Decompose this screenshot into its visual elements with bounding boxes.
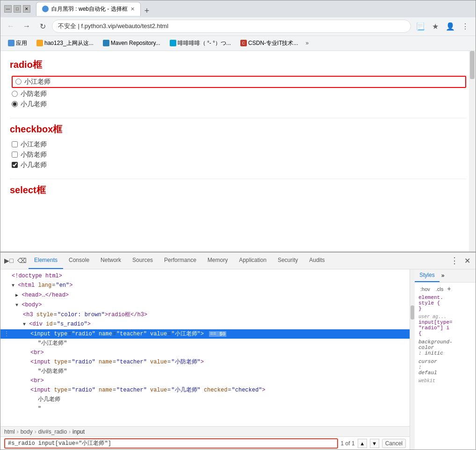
browser-tab-active[interactable]: 白月黑羽 : web自动化 - 选择框 ✕ — [36, 2, 141, 16]
radio-xiao-jiang[interactable] — [15, 79, 22, 85]
radio-item-1[interactable]: 小防老师 — [12, 90, 466, 98]
tab-network[interactable]: Network — [95, 252, 127, 269]
code-line-head[interactable]: ▶ <head>…</head> — [0, 290, 410, 300]
bookmark-hao123[interactable]: hao123_上网从这... — [33, 38, 97, 48]
page-scrollbar[interactable] — [469, 51, 476, 251]
code-line-div-sradio[interactable]: ▼ <div id="s_radio"> — [0, 319, 410, 329]
bookmark-apps[interactable]: 应用 — [4, 38, 31, 48]
tab-performance[interactable]: Performance — [159, 252, 202, 269]
radio-item-0[interactable]: 小江老师 — [12, 76, 466, 88]
radio-xiao-kai[interactable] — [12, 101, 18, 107]
code-line-quote: " — [0, 404, 410, 414]
style-rule-cursor: cursor : defaul — [418, 359, 472, 376]
triangle-sradio[interactable]: ▼ — [23, 320, 26, 329]
radio-xiao-lei[interactable] — [12, 91, 18, 97]
tab-bar: 白月黑羽 : web自动化 - 选择框 ✕ + — [36, 2, 153, 16]
search-prev-button[interactable]: ▲ — [358, 439, 367, 448]
reload-button[interactable]: ↻ — [36, 20, 49, 33]
radio-item-2[interactable]: 小几老师 — [12, 100, 466, 109]
bookmark-icon[interactable]: ★ — [429, 20, 442, 33]
style-webkit-note: webkit — [418, 378, 472, 384]
bookmarks-more[interactable]: » — [303, 39, 310, 47]
back-button[interactable]: ← — [4, 20, 17, 33]
style-selector-input-radio-2: "radio"] i — [418, 325, 472, 331]
forward-button[interactable]: → — [20, 20, 33, 33]
bookmark-bilibili[interactable]: 啡啡啡啡（ °- °）つ... — [166, 38, 235, 48]
checkbox-xiao-kai[interactable] — [12, 162, 18, 168]
cls-filter-button[interactable]: .cls — [434, 286, 446, 292]
triangle-head[interactable]: ▶ — [15, 291, 18, 300]
bookmark-hao123-label: hao123_上网从这... — [44, 39, 94, 47]
code-line-input-lei[interactable]: <input type="radio" name="teacher" value… — [0, 357, 410, 367]
radio-section: radio框 小江老师 小防老师 小几老师 — [10, 58, 466, 109]
devtools-scrollbar[interactable] — [410, 269, 415, 450]
code-line-h3[interactable]: <h3 style="color: brown">radio框</h3> — [0, 310, 410, 319]
bookmark-csdn[interactable]: C CSDN-专业IT技术... — [237, 38, 302, 48]
checkbox-item-2[interactable]: 小几老师 — [12, 161, 466, 169]
breadcrumb-input[interactable]: input — [72, 428, 85, 435]
breadcrumb-html[interactable]: html — [4, 428, 15, 435]
maven-favicon — [103, 40, 109, 46]
breadcrumb-bar: html › body › div#s_radio › input — [0, 426, 410, 436]
menu-icon[interactable]: ⋮ — [459, 20, 472, 33]
checkbox-item-0[interactable]: 小江老师 — [12, 140, 466, 149]
translate-icon[interactable]: 📃 — [414, 20, 427, 33]
code-line-text-kai: 小几老师 — [0, 395, 410, 404]
tab-memory[interactable]: Memory — [202, 252, 233, 269]
hov-filter-button[interactable]: :hov — [418, 286, 432, 292]
bookmark-csdn-label: CSDN-专业IT技术... — [248, 39, 298, 47]
bilibili-favicon — [170, 40, 176, 46]
select-section: select框 — [10, 184, 466, 196]
address-bar: ← → ↻ 📃 ★ 👤 ⋮ — [0, 17, 476, 36]
tag-doctype: <!doctype html> — [12, 273, 62, 279]
tab-close-button[interactable]: ✕ — [130, 6, 135, 12]
profile-icon[interactable]: 👤 — [444, 20, 457, 33]
address-input[interactable] — [52, 20, 411, 33]
styles-panel: Styles » :hov .cls + element. style { } — [415, 269, 476, 450]
triangle-body[interactable]: ▼ — [15, 301, 18, 310]
checkbox-xiao-jiang[interactable] — [12, 141, 18, 147]
breadcrumb-sep-2: › — [35, 428, 36, 435]
three-dots-icon[interactable]: ⋮ — [3, 330, 10, 338]
devtools-close-button[interactable]: ✕ — [461, 254, 474, 267]
bookmark-maven[interactable]: Maven Repository... — [99, 39, 164, 47]
checkbox-xiao-lei[interactable] — [12, 152, 18, 158]
search-next-button[interactable]: ▼ — [370, 439, 379, 448]
styles-tab-styles[interactable]: Styles — [415, 269, 440, 283]
checkbox-label-2: 小几老师 — [21, 161, 47, 169]
style-selector-element: element. — [418, 295, 472, 300]
breadcrumb-div[interactable]: div#s_radio — [38, 428, 67, 435]
search-count: 1 of 1 — [341, 440, 355, 447]
code-line-html[interactable]: ▼ <html lang="en"> — [0, 281, 410, 290]
bookmark-bilibili-label: 啡啡啡啡（ °- °）つ... — [178, 39, 231, 47]
tab-application[interactable]: Application — [233, 252, 272, 269]
minimize-button[interactable]: — — [4, 5, 12, 13]
add-style-button[interactable]: + — [447, 285, 451, 293]
style-val-color: color — [418, 345, 472, 350]
code-line-input-highlighted[interactable]: ⋮ <input type="radio" name="teacher" val… — [0, 329, 410, 339]
devtools-device-button[interactable]: ⌫ — [15, 254, 29, 267]
code-line-body[interactable]: ▼ <body> — [0, 300, 410, 310]
breadcrumb-sep-3: › — [69, 428, 71, 435]
search-cancel-button[interactable]: Cancel — [382, 439, 406, 448]
styles-tab-more[interactable]: » — [440, 270, 447, 281]
devtools-more-button[interactable]: ⋮ — [447, 254, 461, 267]
bookmark-apps-label: 应用 — [16, 39, 27, 47]
code-line-doctype: <!doctype html> — [0, 271, 410, 281]
maximize-button[interactable]: □ — [14, 5, 21, 13]
style-val-colon: : initic — [418, 350, 472, 356]
devtools-inspect-button[interactable]: ▶□ — [2, 254, 15, 267]
checkbox-item-1[interactable]: 小防老师 — [12, 151, 466, 159]
code-line-input-kai[interactable]: <input type="radio" name="teacher" value… — [0, 385, 410, 395]
tab-audits[interactable]: Audits — [303, 252, 330, 269]
new-tab-button[interactable]: + — [141, 6, 153, 16]
breadcrumb-body[interactable]: body — [21, 428, 33, 435]
search-input[interactable] — [4, 438, 338, 449]
close-button[interactable]: ✕ — [23, 5, 30, 13]
tab-sources[interactable]: Sources — [127, 252, 159, 269]
tab-console[interactable]: Console — [63, 252, 95, 269]
triangle-html[interactable]: ▼ — [12, 282, 14, 290]
tab-security[interactable]: Security — [272, 252, 303, 269]
tab-elements[interactable]: Elements — [29, 252, 63, 269]
radio-label-1: 小防老师 — [21, 90, 47, 98]
